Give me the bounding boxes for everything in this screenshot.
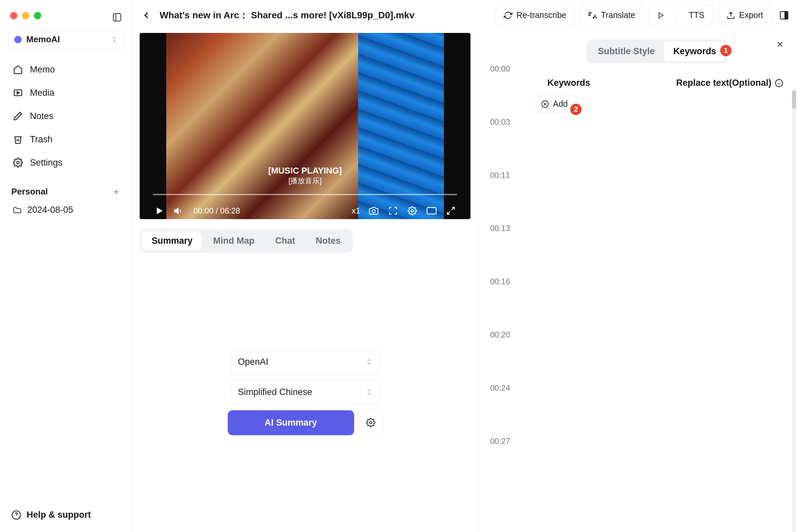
folder-icon <box>13 206 22 215</box>
minimize-window-button[interactable] <box>22 12 29 19</box>
gear-icon <box>13 157 23 168</box>
language-select[interactable]: Simplified Chinese <box>230 380 380 404</box>
nav-notes[interactable]: Notes <box>6 106 126 127</box>
svg-point-4 <box>17 161 19 164</box>
retranscribe-label: Re-transcribe <box>516 10 566 20</box>
theater-button[interactable] <box>426 205 437 216</box>
volume-button[interactable] <box>173 205 184 216</box>
folder-row[interactable]: 2024-08-05 <box>0 200 132 220</box>
tab-chat[interactable]: Chat <box>266 232 305 250</box>
nav-trash[interactable]: Trash <box>6 129 126 150</box>
nav-memo[interactable]: Memo <box>6 59 126 80</box>
ai-summary-button[interactable]: AI Summary <box>228 410 354 435</box>
video-player[interactable]: [MUSIC PLAYING] [播放音乐] 00:00 / 06:28 x1 <box>140 33 471 219</box>
play-icon[interactable] <box>649 6 673 24</box>
model-value: OpenAI <box>238 357 269 367</box>
tts-label: TTS <box>689 10 705 20</box>
timestamp[interactable]: 00:20 <box>490 330 520 340</box>
play-button[interactable] <box>154 205 165 216</box>
nav-media[interactable]: Media <box>6 82 126 103</box>
home-icon <box>13 64 23 75</box>
tab-keywords[interactable]: Keywords 1 <box>664 41 725 61</box>
timestamp[interactable]: 00:11 <box>490 171 520 180</box>
add-keyword-label: Add <box>553 99 568 109</box>
export-button[interactable]: Export <box>718 5 772 25</box>
svg-marker-13 <box>157 208 163 214</box>
nav-settings[interactable]: Settings <box>6 152 126 173</box>
timestamp[interactable]: 00:13 <box>490 224 520 233</box>
subtitle-overlay: [MUSIC PLAYING] [播放音乐] <box>268 166 342 186</box>
pencil-icon <box>13 111 23 121</box>
ai-summary-settings-button[interactable] <box>359 410 383 435</box>
help-support[interactable]: Help & support <box>0 498 132 532</box>
progress-bar[interactable] <box>153 194 457 195</box>
svg-point-18 <box>369 422 372 424</box>
svg-marker-3 <box>17 92 19 94</box>
svg-rect-12 <box>785 11 788 19</box>
chevron-updown-icon <box>111 36 118 43</box>
chevron-updown-icon <box>366 389 373 395</box>
nav-media-label: Media <box>30 88 55 98</box>
fullscreen-button[interactable] <box>445 205 457 216</box>
pip-button[interactable] <box>387 205 399 216</box>
tab-summary[interactable]: Summary <box>142 232 202 250</box>
scrollbar[interactable] <box>792 90 796 532</box>
content: [MUSIC PLAYING] [播放音乐] 00:00 / 06:28 x1 <box>132 30 798 532</box>
workspace-name: MemoAI <box>26 34 107 44</box>
plus-circle-icon <box>541 100 549 108</box>
maximize-window-button[interactable] <box>34 12 41 19</box>
upload-icon <box>726 11 735 20</box>
keywords-headers: Keywords Replace text(Optional) <box>527 70 787 88</box>
personal-section-header: Personal <box>0 173 132 200</box>
workspace-color-dot <box>14 36 22 43</box>
keywords-column-header: Keywords <box>547 78 590 88</box>
collapse-sidebar-button[interactable] <box>110 10 125 25</box>
trash-icon <box>13 134 23 145</box>
add-keyword-button[interactable]: Add 2 <box>533 95 575 113</box>
timestamp[interactable]: 00:24 <box>490 383 520 393</box>
tab-notes[interactable]: Notes <box>307 232 350 250</box>
summary-panel: OpenAI Simplified Chinese AI Summary <box>140 253 471 532</box>
personal-heading: Personal <box>11 187 48 197</box>
right-column: 00:00 00:03 00:11 00:13 00:16 00:20 00:2… <box>478 30 798 532</box>
svg-rect-0 <box>113 14 121 21</box>
svg-marker-14 <box>174 208 178 213</box>
screenshot-button[interactable] <box>368 205 379 216</box>
document-title: What's new in Arc： Shared ...s more! [vX… <box>159 9 415 22</box>
sidebar: MemoAI Memo Media Notes Trash <box>0 0 132 532</box>
keywords-tabs: Subtitle Style Keywords 1 <box>587 40 727 63</box>
export-label: Export <box>739 10 763 20</box>
timestamp[interactable]: 00:03 <box>490 117 520 127</box>
toggle-right-panel-button[interactable] <box>777 8 791 23</box>
nav-memo-label: Memo <box>30 64 55 75</box>
subtitle-sub: [播放音乐] <box>268 176 342 186</box>
topbar: What's new in Arc： Shared ...s more! [vX… <box>132 0 798 30</box>
close-window-button[interactable] <box>10 12 17 19</box>
tts-button[interactable]: TTS <box>649 5 713 25</box>
workspace-switcher[interactable]: MemoAI <box>8 29 124 50</box>
annotation-badge-1: 1 <box>720 45 732 56</box>
language-value: Simplified Chinese <box>238 387 312 397</box>
time-display: 00:00 / 06:28 <box>193 206 240 215</box>
model-select[interactable]: OpenAI <box>230 350 380 374</box>
nav-trash-label: Trash <box>30 134 53 145</box>
back-button[interactable] <box>139 8 154 23</box>
tab-subtitle-style[interactable]: Subtitle Style <box>589 41 664 61</box>
retranscribe-button[interactable]: Re-transcribe <box>495 5 574 25</box>
nav-list: Memo Media Notes Trash Settings <box>0 59 132 173</box>
timestamp[interactable]: 00:27 <box>490 437 520 446</box>
info-icon[interactable] <box>775 79 783 88</box>
annotation-badge-2: 2 <box>570 104 582 115</box>
add-folder-button[interactable] <box>112 188 121 196</box>
timestamp[interactable]: 00:00 <box>490 64 520 74</box>
translate-icon <box>588 11 597 20</box>
timestamp[interactable]: 00:16 <box>490 277 520 286</box>
svg-marker-9 <box>659 12 663 18</box>
translate-button[interactable]: Translate <box>580 5 643 25</box>
settings-button[interactable] <box>407 205 418 216</box>
tab-mindmap[interactable]: Mind Map <box>204 232 264 250</box>
help-icon <box>11 510 21 520</box>
content-tabs: Summary Mind Map Chat Notes <box>140 229 353 253</box>
playback-speed[interactable]: x1 <box>352 206 360 215</box>
scrollbar-thumb[interactable] <box>792 90 796 109</box>
